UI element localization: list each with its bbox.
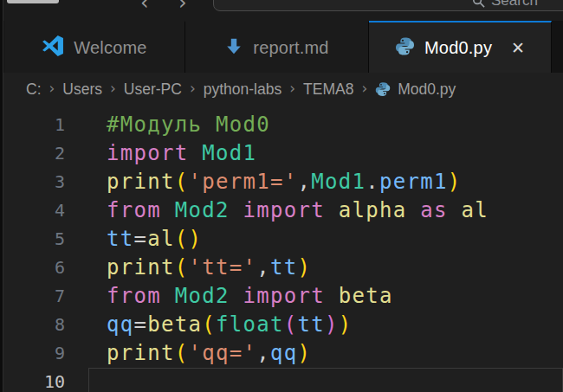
code-token: ): [298, 341, 312, 365]
code-token: ,: [256, 255, 270, 280]
code-line[interactable]: 9print('qq=',qq): [0, 339, 563, 368]
breadcrumb-item[interactable]: Users: [62, 80, 102, 99]
line-number[interactable]: 9: [0, 339, 88, 368]
code-line[interactable]: 10: [0, 368, 563, 392]
nav-back-icon[interactable]: ‹: [140, 0, 149, 15]
code-line-content[interactable]: from Mod2 import beta: [88, 282, 563, 311]
code-editor[interactable]: 1#Модуль Mod02import Mod13print('perm1='…: [0, 106, 563, 392]
code-line[interactable]: 5tt=al(): [0, 225, 563, 254]
breadcrumb-item[interactable]: TEMA8: [303, 80, 353, 99]
code-line-content[interactable]: [88, 368, 563, 392]
code-line[interactable]: 7from Mod2 import beta: [0, 282, 563, 311]
chevron-right-icon: ›: [361, 80, 367, 97]
code-line[interactable]: 2import Mod1: [0, 139, 563, 168]
code-token: 'qq=': [189, 341, 257, 365]
nav-forward-icon[interactable]: ›: [178, 0, 187, 15]
code-token: Mod2: [175, 284, 230, 308]
code-token: =: [134, 312, 148, 337]
code-line[interactable]: 6print('tt=',tt): [0, 254, 563, 282]
code-token: al: [462, 198, 489, 222]
command-center-search[interactable]: Search: [213, 0, 563, 11]
code-token: .: [366, 170, 379, 194]
code-token: print: [107, 170, 175, 194]
python-logo-icon: [375, 81, 391, 100]
code-line[interactable]: 4from Mod2 import alpha as al: [0, 196, 563, 225]
editor-tab-bar: Welcome report.md Mod0.py ✕: [0, 21, 563, 73]
code-line[interactable]: 8qq=beta(float(tt)): [0, 311, 563, 339]
code-line-content[interactable]: from Mod2 import alpha as al: [88, 196, 563, 225]
code-token: tt: [270, 255, 298, 280]
code-token: perm1: [379, 170, 448, 194]
breadcrumb-item[interactable]: C:: [26, 80, 42, 99]
code-line-content[interactable]: tt=al(): [88, 225, 563, 254]
code-token: ,: [256, 341, 270, 365]
breadcrumb-item[interactable]: python-labs: [204, 80, 282, 99]
line-number[interactable]: 10: [0, 368, 88, 392]
code-line-content[interactable]: import Mod1: [88, 139, 563, 168]
code-token: (: [175, 255, 189, 280]
line-number[interactable]: 4: [0, 196, 88, 225]
code-token: beta: [339, 284, 393, 308]
tab-report-md[interactable]: report.md: [185, 21, 369, 73]
tab-welcome[interactable]: Welcome: [4, 21, 185, 73]
code-token: from: [107, 198, 175, 222]
code-token: tt: [107, 227, 134, 251]
python-logo-icon: [395, 36, 415, 60]
code-token: alpha: [339, 198, 407, 222]
title-bar: ‹ › Search: [0, 0, 563, 21]
tab-label: Welcome: [74, 38, 146, 58]
breadcrumb: C: › Users › User-PC › python-labs › TEM…: [0, 73, 563, 106]
tab-label: Mod0.py: [424, 38, 492, 58]
code-token: float: [216, 312, 284, 337]
code-token: ): [339, 312, 353, 337]
code-token: Mod2: [175, 198, 230, 222]
code-token: ,: [298, 170, 312, 194]
markdown-arrow-icon: [224, 36, 243, 59]
code-line-content[interactable]: print('qq=',qq): [88, 339, 563, 368]
code-line-content[interactable]: qq=beta(float(tt)): [88, 311, 563, 339]
code-token: (: [202, 312, 216, 337]
code-token: #Модуль Mod0: [107, 112, 270, 137]
chevron-right-icon: ›: [190, 80, 196, 97]
code-token: Mod1: [311, 170, 366, 194]
code-line-content[interactable]: print('tt=',tt): [88, 254, 563, 282]
breadcrumb-item[interactable]: User-PC: [124, 80, 182, 99]
vscode-logo-icon: [42, 35, 64, 61]
code-token: from: [107, 284, 175, 308]
code-token: ): [448, 170, 462, 194]
code-token: al: [147, 227, 175, 251]
code-token: print: [107, 255, 175, 280]
line-number[interactable]: 3: [0, 168, 88, 196]
code-line[interactable]: 3print('perm1=',Mod1.perm1): [0, 168, 563, 196]
code-token: import: [230, 198, 339, 222]
code-token: beta: [147, 312, 202, 337]
code-line[interactable]: 1#Модуль Mod0: [0, 111, 563, 139]
line-number[interactable]: 6: [0, 254, 88, 282]
code-token: qq: [107, 312, 134, 337]
code-token: (: [175, 170, 189, 194]
tab-mod0-py[interactable]: Mod0.py ✕: [369, 21, 552, 73]
code-token: Mod1: [202, 141, 256, 165]
close-icon[interactable]: ✕: [511, 40, 525, 56]
code-token: as: [407, 198, 462, 222]
line-number[interactable]: 5: [0, 225, 88, 254]
code-token: ): [298, 255, 312, 280]
search-label: Search: [491, 0, 538, 10]
code-line-content[interactable]: print('perm1=',Mod1.perm1): [88, 168, 563, 196]
code-line-content[interactable]: #Модуль Mod0: [88, 111, 563, 139]
breadcrumb-item-file[interactable]: Mod0.py: [398, 80, 456, 99]
menu-hamburger-icon[interactable]: [7, 0, 59, 3]
code-token: tt: [298, 312, 326, 337]
line-number[interactable]: 2: [0, 139, 88, 168]
code-token: qq: [270, 341, 298, 365]
code-token: =: [134, 227, 148, 251]
search-icon: [472, 0, 485, 8]
code-token: 'tt=': [189, 255, 257, 280]
code-token: (: [175, 341, 189, 365]
chevron-right-icon: ›: [289, 80, 295, 97]
code-token: import: [107, 141, 202, 165]
line-number[interactable]: 8: [0, 311, 88, 339]
line-number[interactable]: 7: [0, 282, 88, 311]
line-number[interactable]: 1: [0, 111, 88, 139]
chevron-right-icon: ›: [110, 80, 116, 97]
